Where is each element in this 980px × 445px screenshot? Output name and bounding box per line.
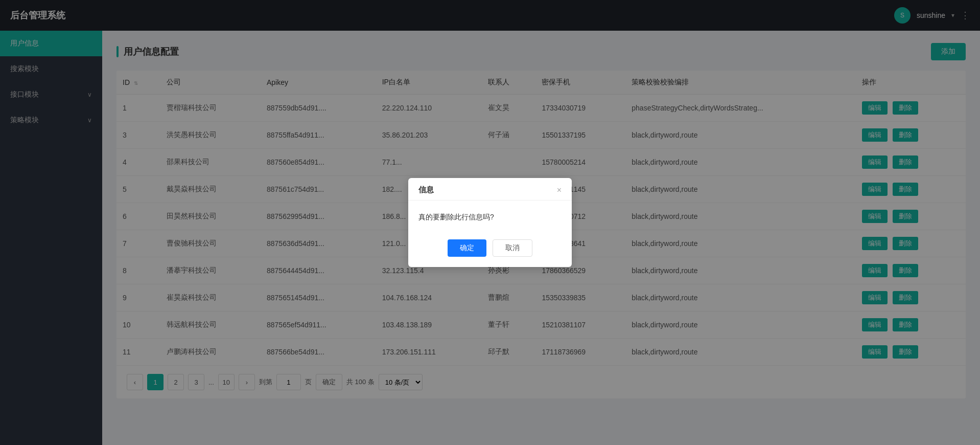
modal-message: 真的要删除此行信息吗? bbox=[418, 213, 494, 221]
modal-close-btn[interactable]: × bbox=[557, 186, 562, 195]
modal-cancel-button[interactable]: 取消 bbox=[493, 239, 532, 257]
modal-overlay[interactable]: 信息 × 真的要删除此行信息吗? 确定 取消 bbox=[0, 0, 980, 445]
modal-title: 信息 bbox=[418, 185, 434, 195]
modal-header: 信息 × bbox=[408, 178, 572, 201]
modal-confirm-button[interactable]: 确定 bbox=[448, 239, 486, 257]
modal-body: 真的要删除此行信息吗? bbox=[408, 201, 572, 234]
modal-footer: 确定 取消 bbox=[408, 234, 572, 267]
confirm-modal: 信息 × 真的要删除此行信息吗? 确定 取消 bbox=[408, 178, 572, 267]
